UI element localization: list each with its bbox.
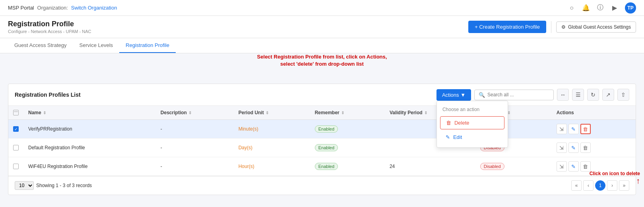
name-sort-icon[interactable]: ⇕ [43,111,46,115]
prev-page-btn[interactable]: ‹ [583,180,594,191]
resize-icon-btn[interactable]: ↔ [557,89,569,101]
row-actions: ⇲ ✎ 🗑 [557,124,631,134]
row-checkbox[interactable] [13,145,19,150]
pagination: « ‹ 1 › » [571,180,629,191]
tab-registration-profile[interactable]: Registration Profile [119,38,176,53]
cell-remember: Enabled [310,139,385,157]
page-1-btn[interactable]: 1 [595,180,605,191]
col-remember: Remember ⇕ [310,106,385,120]
first-page-btn[interactable]: « [571,180,582,191]
bell-icon[interactable]: 🔔 [582,4,590,12]
cell-data-quota: Disabled [475,157,552,176]
last-page-btn[interactable]: » [619,180,629,191]
edit-row-btn[interactable]: ✎ [568,161,579,172]
gear-icon: ⚙ [561,24,566,30]
col-actions: Actions [552,106,636,120]
columns-icon-btn[interactable]: ☰ [572,89,584,101]
delete-row-btn[interactable]: 🗑 [580,161,591,172]
card-footer: 10 25 50 Showing 1 - 3 of 3 records « ‹ … [8,176,636,195]
edit-icon: ✎ [446,134,450,140]
per-page-selector: 10 25 50 Showing 1 - 3 of 3 records [15,181,92,190]
row-actions: ⇲ ✎ 🗑 [557,143,631,153]
search-icon[interactable]: ○ [568,4,576,12]
validity-sort-icon[interactable]: ⇕ [424,111,427,115]
global-guest-access-settings-button[interactable]: ⚙ Global Guest Access Settings [556,21,636,33]
search-icon: 🔍 [479,92,485,98]
edit-label: Edit [453,134,462,140]
expand-icon-btn[interactable]: ⇲ [557,161,567,172]
delete-row-btn[interactable]: 🗑 [580,124,591,134]
cell-name: VerifyPRRegistration [23,120,156,139]
cell-period-unit: Hour(s) [234,157,310,176]
cell-description: - [156,157,234,176]
switch-org-link[interactable]: Switch Organization [71,5,117,11]
tab-service-levels[interactable]: Service Levels [73,38,120,53]
registration-profiles-card: Registration Profiles List Actions ▼ Cho… [8,84,636,195]
topbar: MSP Portal Organization: Switch Organiza… [0,0,644,16]
row-checkbox[interactable] [13,164,19,169]
edit-row-btn[interactable]: ✎ [568,143,579,153]
actions-button[interactable]: Actions ▼ [436,89,471,101]
dropdown-header: Choose an action [437,104,508,115]
card-toolbar: Registration Profiles List Actions ▼ Cho… [8,84,636,106]
remember-badge: Enabled [315,163,338,170]
cell-description: - [156,139,234,157]
cell-name: WiF4EU Registration Profile [23,157,156,176]
export-icon-btn[interactable]: ↗ [602,89,614,101]
dropdown-delete-item[interactable]: 🗑 Delete [440,116,504,129]
description-sort-icon[interactable]: ⇕ [188,111,192,115]
actions-wrapper: Actions ▼ Choose an action 🗑 Delete ✎ [436,89,471,101]
dropdown-edit-item[interactable]: ✎ Edit [440,131,504,143]
card-wrapper: Registration Profiles List Actions ▼ Cho… [8,84,636,195]
period-sort-icon[interactable]: ⇕ [266,111,269,115]
org-label: Organization: [37,5,68,11]
annotation-text: Select Registration Profile from list, c… [257,53,387,68]
table-row[interactable]: Default Registration Profile - Day(s) En… [8,139,636,157]
delete-row-btn[interactable]: 🗑 [580,143,591,153]
cell-description: - [156,120,234,139]
tab-guest-access-strategy[interactable]: Guest Access Strategy [8,38,73,53]
remember-sort-icon[interactable]: ⇕ [341,111,344,115]
toolbar-right: Actions ▼ Choose an action 🗑 Delete ✎ [436,89,629,101]
page-header-left: Registration Profile Configure - Network… [8,20,91,34]
table-row[interactable]: ✓ VerifyPRRegistration - Minute(s) Enabl… [8,120,636,139]
per-page-select[interactable]: 10 25 50 [15,181,34,190]
table-row[interactable]: WiF4EU Registration Profile - Hour(s) En… [8,157,636,176]
card-title: Registration Profiles List [15,92,81,98]
tabs-bar: Guest Access Strategy Service Levels Reg… [0,38,644,53]
avatar[interactable]: TP [625,2,636,14]
create-registration-profile-button[interactable]: + Create Registration Profile [468,21,546,33]
header-divider [551,21,551,33]
col-description: Description ⇕ [156,106,234,120]
cell-remember: Enabled [310,120,385,139]
search-box: 🔍 [474,90,554,100]
select-all-checkbox[interactable] [13,110,19,115]
search-input[interactable] [487,92,549,98]
cell-period-unit: Minute(s) [234,120,310,139]
refresh-icon-btn[interactable]: ↻ [587,89,599,101]
actions-label: Actions ▼ [442,92,466,98]
remember-badge: Enabled [315,125,338,133]
page-header-right: + Create Registration Profile ⚙ Global G… [468,21,636,33]
data-quota-badge: Disabled [480,163,504,170]
col-period-unit: Period Unit ⇕ [234,106,310,120]
remember-badge: Enabled [315,144,338,151]
col-name: Name ⇕ [23,106,156,120]
edit-row-btn[interactable]: ✎ [568,124,579,134]
play-icon[interactable]: ▶ [611,4,619,12]
actions-dropdown-menu: Choose an action 🗑 Delete ✎ Edit [436,101,508,148]
trash-icon: 🗑 [446,120,451,126]
upload-icon-btn[interactable]: ⇧ [617,89,629,101]
row-actions: ⇲ ✎ 🗑 [557,161,631,172]
cell-period-unit: Day(s) [234,139,310,157]
expand-icon-btn[interactable]: ⇲ [557,143,567,153]
cell-validity-period: 24 [385,157,475,176]
help-icon[interactable]: ⓘ [596,4,604,12]
profiles-table: Name ⇕ Description ⇕ [8,106,636,176]
expand-icon-btn[interactable]: ⇲ [557,124,567,134]
next-page-btn[interactable]: › [607,180,617,191]
global-btn-label: Global Guest Access Settings [568,24,631,30]
row-checkbox[interactable]: ✓ [13,126,19,132]
page-header: Registration Profile Configure - Network… [0,16,644,38]
delete-label: Delete [454,120,469,126]
